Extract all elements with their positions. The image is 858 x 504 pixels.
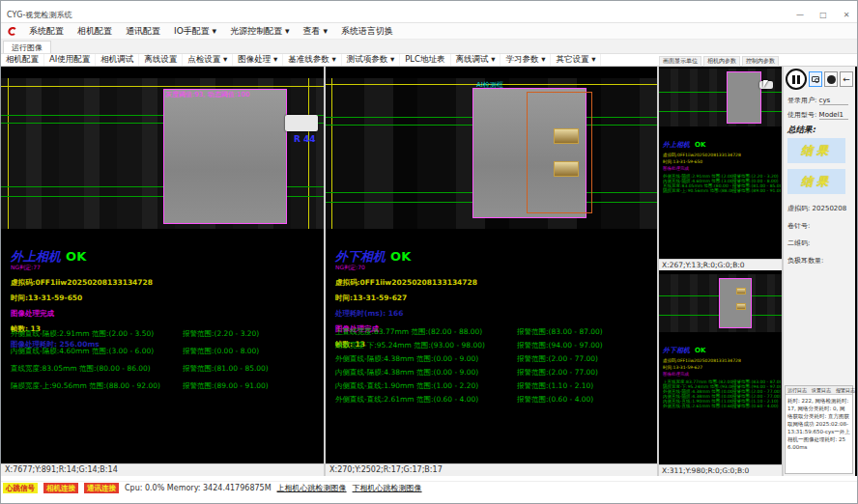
maximize-button[interactable]: □	[816, 11, 830, 19]
model-field: 使用型号: Model1	[787, 110, 848, 120]
alarm-range: 报警范围:(83.00 - 87.00)	[517, 327, 603, 337]
tab-control-internal-params[interactable]: 控制内参数	[742, 56, 779, 67]
process-elapsed: 处理耗时(ms): 166	[335, 309, 650, 319]
tool-offline-settings[interactable]: 离线设置	[139, 54, 183, 66]
pin-number-label: 卷针号:	[787, 222, 810, 230]
qr-code-field: 二维码:	[787, 238, 810, 248]
pixel-coordinate-bar: X:267;Y:13;R:0;G:0;B:0	[659, 259, 782, 270]
camera-title: 外下相机	[335, 249, 386, 264]
tool-test-item-params[interactable]: 测试项参数 ▾	[342, 54, 400, 66]
lower-camera-heartbeat-link[interactable]: 下相机心跳检测图像	[353, 483, 422, 493]
virtual-code-value: 20250208	[813, 205, 847, 212]
result-box-text: 结果	[801, 174, 832, 190]
alarm-range: 报警范围:(1.10 - 2.10)	[517, 381, 593, 391]
model-value[interactable]: Model1	[819, 111, 848, 120]
mini-camera-view-upper[interactable]: 外上相机 OK 虚拟码:0FF1iiw20250208133134728 时间:…	[659, 67, 782, 270]
log-tab-alarm[interactable]: 报警日志	[834, 386, 857, 394]
record-icon	[827, 75, 836, 84]
ai-detect-box	[527, 92, 592, 213]
record-button[interactable]	[824, 71, 838, 87]
measure-value: 外侧直线-隔膜:4.38mm 范围:(0.00 - 9.00)	[335, 354, 478, 364]
tool-ai-use-config[interactable]: AI使用配置	[44, 54, 96, 66]
measure-value: 隔膜宽度-下:95.24mm 范围:(93.00 - 98.00)	[335, 341, 485, 350]
tab-strip: 运行图像	[1, 40, 857, 53]
virtual-code: 虚拟码:0FF1iiw20250208133134728	[335, 278, 650, 288]
ok-status: OK	[390, 249, 411, 264]
pixel-coordinate-bar: X:7677;Y:891;R:14;G:14;B:14	[1, 463, 324, 476]
tool-camera-debug[interactable]: 相机调试	[96, 54, 139, 66]
tab-display-unit[interactable]: 画面显示单位	[659, 56, 701, 67]
back-button[interactable]: ←	[840, 71, 853, 87]
login-user-field: 登录用户: cys	[787, 96, 848, 105]
tool-plc-address-table[interactable]: PLC地址表	[400, 54, 450, 66]
window-controls: — □ ✕	[793, 11, 853, 19]
measure-line	[659, 92, 782, 93]
log-tab-settings[interactable]: 设置日志	[810, 386, 833, 394]
measure-value: 外侧直线-隔膜:2.91mm 范围:(2.00 - 3.50)	[11, 329, 154, 339]
electrode-tab	[554, 128, 579, 144]
tool-camera-config[interactable]: 相机配置	[1, 54, 44, 66]
camera-image-lower: AI检测框	[326, 78, 657, 229]
menu-camera-config[interactable]: 相机配置	[71, 25, 119, 38]
process-done: 图像处理完成	[11, 309, 317, 319]
menu-view[interactable]: 查看 ▾	[297, 25, 334, 38]
log-tabs: 运行日志 设置日志 报警日志	[786, 386, 852, 395]
mini-camera-view-lower[interactable]: 外下相机 OK 虚拟码:0FF1iiw20250208133134728 时间:…	[659, 272, 782, 476]
close-button[interactable]: ✕	[840, 11, 853, 19]
ng-flag: NG判定:77	[11, 264, 317, 272]
tool-learn-params[interactable]: 学习参数 ▾	[500, 54, 551, 66]
camera-view-lower[interactable]: AI检测框 外下相机 OK NG判定:70 虚拟码:0FF1iiw2025020…	[326, 67, 659, 476]
mouse-cursor-icon	[763, 80, 768, 88]
app-logo-icon	[6, 25, 18, 38]
camera-title: 外上相机	[663, 141, 690, 149]
pin-number-field: 卷针号:	[787, 221, 810, 231]
tool-baseline-params[interactable]: 基准线参数 ▾	[283, 54, 341, 66]
status-bar: 心跳信号 相机连接 通讯连接 Cpu: 0.0% Memory: 3424.41…	[1, 481, 857, 494]
log-panel[interactable]: 运行日志 设置日志 报警日志 耗时: 222, 网络检测耗时: 17, 网络分类…	[785, 385, 853, 474]
login-user-value[interactable]: cys	[819, 97, 848, 105]
result-box-text: 结果	[801, 143, 832, 159]
electrode-tab	[736, 288, 746, 294]
tab-run-image[interactable]: 运行图像	[3, 41, 51, 53]
title-bar: CYG-视觉检测系统 — □ ✕	[1, 1, 857, 23]
mini-camera-image	[659, 69, 782, 126]
menu-language-switch[interactable]: 系统语言切换	[334, 25, 400, 38]
tab-camera-internal-params[interactable]: 相机内参数	[703, 56, 740, 67]
virtual-code-label: 虚拟码:	[787, 205, 810, 212]
camera-view-upper[interactable]: 灰度阈值:93, 动态阈值:100 R 44 外上相机 OK NG判定:77 虚…	[1, 67, 326, 476]
camera-image-upper: 灰度阈值:93, 动态阈值:100 R 44	[1, 78, 324, 229]
result-box-lower: 结果	[787, 169, 845, 194]
upper-camera-heartbeat-link[interactable]: 上相机心跳检测图像	[277, 483, 347, 493]
tool-offline-debug[interactable]: 离线调试 ▾	[451, 54, 501, 66]
alarm-range: 报警范围:(0.60 - 4.00)	[517, 395, 593, 405]
main-area: 灰度阈值:93, 动态阈值:100 R 44 外上相机 OK NG判定:77 虚…	[1, 67, 858, 476]
menu-system-config[interactable]: 系统配置	[22, 25, 71, 38]
camera-connect-status-badge: 相机连接	[43, 483, 78, 493]
log-tab-run[interactable]: 运行日志	[786, 386, 809, 394]
virtual-code: 虚拟码:0FF1iiw20250208133134728	[11, 278, 317, 288]
minimize-button[interactable]: —	[793, 11, 807, 19]
menu-light-control-config[interactable]: 光源控制配置 ▾	[223, 25, 296, 38]
menu-io-config[interactable]: IO手配置 ▾	[167, 25, 223, 38]
tool-image-processing[interactable]: 图像处理 ▾	[233, 54, 283, 66]
mini-view-column: 画面显示单位 相机内参数 控制内参数 外上相机 OK 虚拟码:0FF1iiw20…	[659, 67, 784, 476]
process-done: 图像处理完成	[663, 372, 781, 377]
guide-line-vertical	[308, 78, 309, 229]
control-sidebar: ← 登录用户: cys 使用型号: Model1 总结果: 结果 结果 虚拟码:…	[784, 67, 855, 476]
measure-value: 直线宽度:83.05mm 范围:(80.00 - 86.00)	[11, 364, 151, 374]
virtual-code: 虚拟码:0FF1iiw20250208133134728	[663, 358, 781, 363]
battery-cell-region	[163, 89, 287, 224]
ng-flag: NG判定:70	[335, 264, 650, 272]
timestamp: 时间:13-31-59-650	[11, 294, 317, 303]
tool-other-settings[interactable]: 其它设置 ▾	[551, 54, 601, 66]
tool-spotcheck-settings[interactable]: 点检设置 ▾	[183, 54, 233, 66]
battery-cell-region	[719, 278, 752, 328]
measure-value: 外侧直线-直线:2.61mm 范围:(0.60 - 4.00)	[335, 395, 478, 405]
camera-capture-button[interactable]	[809, 71, 822, 87]
menu-comm-config[interactable]: 通讯配置	[119, 25, 167, 38]
ok-status: OK	[66, 249, 86, 264]
mini-view-tabs: 画面显示单位 相机内参数 控制内参数	[659, 56, 779, 67]
qr-code-label: 二维码:	[787, 239, 810, 247]
pause-button[interactable]	[786, 69, 807, 90]
mini-measure-rows: 外侧直线-隔膜:2.91mm 范围:(2.00 - 3.50)报警范围:(2.2…	[663, 174, 781, 193]
